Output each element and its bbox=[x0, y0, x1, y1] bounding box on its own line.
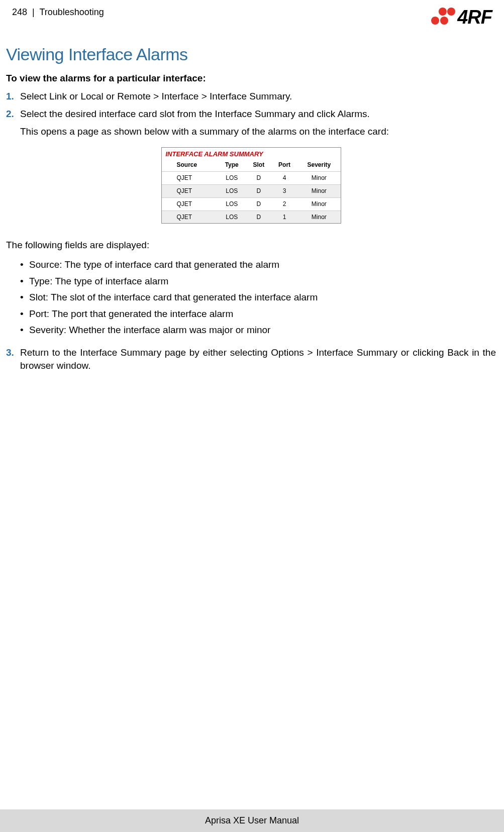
step-number: 1. bbox=[6, 90, 20, 103]
step-3: 3. Return to the Interface Summary page … bbox=[6, 346, 496, 373]
cell-slot: D bbox=[246, 197, 271, 211]
cell-type: LOS bbox=[218, 197, 246, 211]
col-slot: Slot bbox=[246, 160, 271, 171]
list-item: Type: The type of interface alarm bbox=[20, 275, 496, 288]
step-1: 1. Select Link or Local or Remote > Inte… bbox=[6, 90, 496, 103]
fields-intro: The following fields are displayed: bbox=[6, 239, 496, 252]
table-row: QJET LOS D 4 Minor bbox=[162, 172, 341, 185]
alarm-summary-table: Source Type Slot Port Severity QJET LOS … bbox=[162, 160, 341, 223]
intro-line: To view the alarms for a particular inte… bbox=[6, 72, 496, 85]
content: Viewing Interface Alarms To view the ala… bbox=[0, 31, 504, 373]
steps-list-continued: 3. Return to the Interface Summary page … bbox=[6, 346, 496, 373]
alarm-summary-panel: INTERFACE ALARM SUMMARY Source Type Slot… bbox=[161, 147, 341, 224]
col-source: Source bbox=[162, 160, 218, 171]
alarm-summary-title: INTERFACE ALARM SUMMARY bbox=[162, 148, 341, 160]
cell-port: 2 bbox=[271, 197, 297, 211]
page-title: Viewing Interface Alarms bbox=[6, 43, 496, 67]
step-text: Select Link or Local or Remote > Interfa… bbox=[20, 90, 496, 103]
table-row: QJET LOS D 1 Minor bbox=[162, 211, 341, 223]
col-port: Port bbox=[271, 160, 297, 171]
cell-source: QJET bbox=[162, 172, 218, 185]
logo-dots-icon bbox=[431, 8, 455, 28]
cell-slot: D bbox=[246, 184, 271, 197]
table-row: QJET LOS D 3 Minor bbox=[162, 184, 341, 197]
list-item: Severity: Whether the interface alarm wa… bbox=[20, 324, 496, 337]
col-severity: Severity bbox=[297, 160, 340, 171]
page-footer: Aprisa XE User Manual bbox=[0, 809, 504, 832]
page-header: 248 | Troubleshooting 4RF bbox=[0, 0, 504, 31]
list-item: Port: The port that generated the interf… bbox=[20, 307, 496, 321]
step-number: 2. bbox=[6, 108, 20, 121]
cell-slot: D bbox=[246, 172, 271, 185]
step-2-follow: This opens a page as shown below with a … bbox=[20, 125, 496, 139]
steps-list: 1. Select Link or Local or Remote > Inte… bbox=[6, 90, 496, 121]
step-text: Select the desired interface card slot f… bbox=[20, 108, 496, 121]
brand-text: 4RF bbox=[457, 4, 492, 31]
cell-severity: Minor bbox=[297, 172, 340, 185]
page-number: 248 bbox=[12, 7, 27, 17]
brand-logo: 4RF bbox=[431, 4, 492, 31]
cell-type: LOS bbox=[218, 184, 246, 197]
header-left: 248 | Troubleshooting bbox=[12, 4, 104, 19]
section-name: Troubleshooting bbox=[39, 7, 104, 17]
cell-source: QJET bbox=[162, 197, 218, 211]
cell-port: 3 bbox=[271, 184, 297, 197]
fields-list: Source: The type of interface card that … bbox=[6, 258, 496, 337]
header-separator: | bbox=[30, 7, 39, 17]
cell-type: LOS bbox=[218, 172, 246, 185]
col-type: Type bbox=[218, 160, 246, 171]
cell-source: QJET bbox=[162, 211, 218, 223]
step-2: 2. Select the desired interface card slo… bbox=[6, 108, 496, 121]
cell-severity: Minor bbox=[297, 184, 340, 197]
cell-slot: D bbox=[246, 211, 271, 223]
cell-severity: Minor bbox=[297, 197, 340, 211]
list-item: Slot: The slot of the interface card tha… bbox=[20, 291, 496, 304]
table-header-row: Source Type Slot Port Severity bbox=[162, 160, 341, 171]
cell-port: 1 bbox=[271, 211, 297, 223]
cell-type: LOS bbox=[218, 211, 246, 223]
cell-severity: Minor bbox=[297, 211, 340, 223]
table-row: QJET LOS D 2 Minor bbox=[162, 197, 341, 211]
cell-source: QJET bbox=[162, 184, 218, 197]
step-text: Return to the Interface Summary page by … bbox=[20, 346, 496, 373]
step-number: 3. bbox=[6, 346, 20, 373]
list-item: Source: The type of interface card that … bbox=[20, 258, 496, 272]
cell-port: 4 bbox=[271, 172, 297, 185]
